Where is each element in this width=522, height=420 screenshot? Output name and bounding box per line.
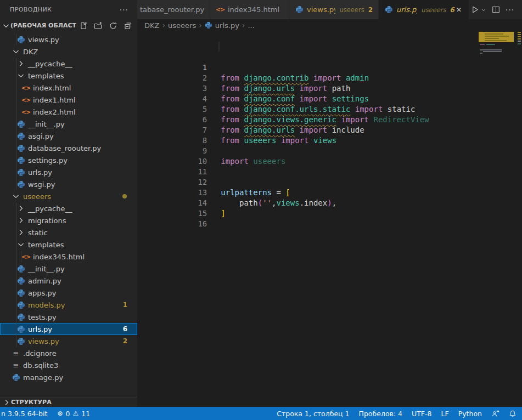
new-file-icon[interactable] (78, 21, 88, 31)
tree-item[interactable]: database_roouter.py (0, 142, 137, 154)
code-line[interactable]: 2from django.contrib import admin (137, 42, 522, 52)
file-icon-slot (16, 300, 26, 309)
run-dropdown-chevron-icon[interactable] (480, 4, 487, 16)
tree-item[interactable]: manage.py (0, 371, 137, 383)
views-more-actions-icon[interactable]: ··· (120, 5, 128, 14)
tree-item[interactable]: static (0, 226, 137, 239)
indent-guide (16, 299, 16, 311)
tree-item[interactable]: tests.py (0, 311, 137, 323)
code-line[interactable]: 1 (137, 31, 522, 42)
tree-item[interactable]: useeers (0, 190, 137, 202)
overview-ruler[interactable] (517, 31, 522, 108)
tree-item[interactable]: apps.py (0, 287, 137, 299)
code-line[interactable]: 5from django.conf.urls.static import sta… (137, 73, 522, 83)
tree-item[interactable]: <> index1.html (0, 94, 137, 106)
tree-item[interactable]: migrations (0, 214, 137, 226)
tree-item[interactable]: views.py (0, 33, 137, 46)
indent-guide (16, 178, 16, 190)
file-name: index.html (33, 84, 71, 92)
tree-item[interactable]: urls.py (0, 166, 137, 178)
tree-item[interactable]: urls.py 6 (0, 323, 137, 335)
file-name: migrations (28, 217, 66, 225)
breadcrumb-item-dkz[interactable]: DKZ (144, 21, 159, 30)
collapse-all-icon[interactable] (123, 21, 133, 31)
more-actions-icon[interactable]: ··· (504, 4, 515, 16)
error-count: 0 (65, 410, 70, 418)
run-icon[interactable] (469, 4, 480, 16)
file-name: index345.html (33, 253, 85, 261)
tab-index345-html[interactable]: <> index345.html (210, 0, 289, 19)
code-line[interactable]: 12 (137, 146, 522, 156)
minimap[interactable] (479, 31, 516, 103)
breadcrumb-item-urls-py[interactable]: urls.py (215, 21, 239, 30)
tree-item[interactable]: views.py 2 (0, 335, 137, 347)
tab-bar: tabase_roouter.py <> index345.html views… (137, 0, 522, 19)
indentation-item[interactable]: Пробелов: 4 (359, 410, 403, 418)
file-name: database_roouter.py (28, 144, 101, 152)
code-line[interactable]: 10import useeers (137, 125, 522, 135)
minimap-line (480, 49, 502, 50)
tree-item[interactable]: __pycache__ (0, 58, 137, 70)
tab-urls-py-active[interactable]: urls.py useeers 6 ✕ (379, 0, 469, 19)
file-icon-slot (11, 47, 21, 56)
encoding-item[interactable]: UTF-8 (412, 410, 431, 418)
code-line[interactable]: 4from django.conf import settings (137, 63, 522, 73)
tab-views-py[interactable]: views.py useeers 2 (289, 0, 379, 19)
tree-item[interactable]: admin.py (0, 275, 137, 287)
split-editor-icon[interactable] (490, 4, 501, 16)
close-icon[interactable]: ✕ (454, 5, 463, 14)
code-line[interactable]: 15] (137, 177, 522, 188)
tree-item[interactable]: ≡ db.sqlite3 (0, 359, 137, 371)
breadcrumb-item-useeers[interactable]: useeers (168, 21, 196, 30)
tree-item[interactable]: __init__.py (0, 118, 137, 130)
tree-item[interactable]: __pycache__ (0, 202, 137, 214)
tree-item[interactable]: settings.py (0, 154, 137, 166)
code-editor[interactable]: 1 2from django.contrib import admin 3fro… (137, 31, 522, 198)
tab-database-roouter-py[interactable]: tabase_roouter.py (137, 0, 210, 19)
python-interpreter-item[interactable]: n 3.9.5 64-bit (1, 410, 47, 418)
code-line[interactable]: 13urlpatterns = [ (137, 156, 522, 167)
tree-item[interactable]: ≡ .dcignore (0, 347, 137, 359)
tree-item[interactable]: models.py 1 (0, 299, 137, 311)
refresh-icon[interactable] (108, 21, 118, 31)
tree-item[interactable]: <> index345.html (0, 251, 137, 263)
tree-item[interactable]: __init__.py (0, 263, 137, 275)
outline-section-header[interactable]: СТРУКТУРА (0, 397, 137, 407)
code-line[interactable]: 14 path('',views.index), (137, 167, 522, 177)
chevron-right-icon (16, 204, 25, 213)
tree-item[interactable]: asgi.py (0, 130, 137, 142)
problems-item[interactable]: ⊗ 0 ⚠ 11 (57, 410, 90, 418)
file-icon-slot (16, 132, 26, 140)
code-line[interactable]: 6from django.views.generic import Redire… (137, 83, 522, 94)
notifications-bell-icon[interactable] (509, 410, 517, 418)
tree-item[interactable]: wsgi.py (0, 178, 137, 190)
file-icon-slot (16, 240, 26, 249)
language-mode-item[interactable]: Python (458, 410, 482, 418)
code-line[interactable]: 9 (137, 115, 522, 125)
workspace-section-header[interactable]: (РАБОЧАЯ ОБЛАСТЬ) ... (0, 19, 137, 32)
code-line[interactable]: 3from django.urls import path (137, 52, 522, 63)
file-icon-slot (16, 228, 26, 237)
minimap-line (483, 51, 502, 52)
breadcrumb-separator-icon: › (199, 21, 202, 30)
status-left: n 3.9.5 64-bit ⊗ 0 ⚠ 11 (1, 410, 90, 418)
cursor-position-item[interactable]: Строка 1, столбец 1 (277, 410, 349, 418)
tree-item[interactable]: templates (0, 239, 137, 251)
new-folder-icon[interactable] (93, 21, 103, 31)
file-name: db.sqlite3 (23, 361, 58, 370)
tree-item[interactable]: templates (0, 70, 137, 82)
code-line[interactable]: 11 (137, 135, 522, 146)
file-icon-slot (16, 216, 26, 225)
breadcrumb-item-symbol[interactable]: ... (248, 21, 254, 30)
code-line[interactable]: 8from useeers import views (137, 104, 522, 115)
tree-item[interactable]: <> index.html (0, 82, 137, 94)
code-line[interactable]: 16 (137, 188, 522, 198)
file-icon-slot (16, 288, 26, 297)
tab-label: urls.py (396, 5, 417, 14)
code-line[interactable]: 7from django.urls import include (137, 94, 522, 104)
feedback-icon[interactable] (491, 410, 499, 418)
eol-item[interactable]: LF (441, 410, 449, 418)
tree-item[interactable]: DKZ (0, 46, 137, 58)
tree-item[interactable]: <> index2.html (0, 106, 137, 118)
indent-guide (16, 130, 16, 142)
